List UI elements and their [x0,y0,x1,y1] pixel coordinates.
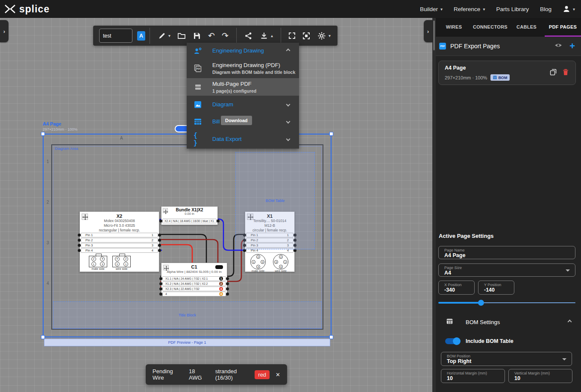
port-dot[interactable] [226,277,229,280]
port-dot[interactable] [293,239,296,242]
zoom-slider-thumb[interactable] [478,300,484,306]
settings-gear-button[interactable]: ▾ [314,27,334,44]
zoom-slider-track-rest[interactable] [481,302,575,303]
port-dot[interactable] [78,234,81,237]
y-position-field[interactable]: Y Position [478,281,514,295]
right-panel-collapse-button[interactable]: › [424,20,432,42]
port-dot[interactable] [159,293,162,295]
menu-item-engineering-drawing-pdf[interactable]: PDF Engineering Drawing (PDF) Diagram wi… [187,59,299,78]
move-icon[interactable] [163,265,169,270]
tab-connectors[interactable]: CONNECTORS [472,18,508,37]
port-dot[interactable] [226,293,229,295]
port-dot[interactable] [243,244,246,247]
port-dot[interactable] [243,249,246,252]
port-dot[interactable] [159,219,162,222]
selection-handle[interactable] [329,335,333,339]
port-dot[interactable] [78,239,81,242]
pin-row[interactable]: Pin 1 1 [246,233,293,237]
download-dropdown-caret[interactable]: ▴ [271,33,273,38]
save-button[interactable] [189,27,205,44]
pencil-dropdown-caret[interactable]: ▾ [168,33,170,38]
conductor-row[interactable]: X1.1 | N/A | 24 AWG | 7/32 | X2.1 1 [162,276,226,281]
zoom-slider-track[interactable] [438,302,481,304]
collapse-bom-settings-chevron[interactable] [568,320,572,324]
selection-handle[interactable] [41,335,45,339]
move-icon[interactable] [82,214,88,220]
connector-node-x1[interactable]: X1 Tensility.... 50-01014 M12-B circular… [245,211,295,272]
fit-view-button[interactable] [299,27,314,44]
add-page-button[interactable]: + [569,41,575,51]
page-name-input[interactable] [444,252,553,258]
menu-group-data-export[interactable]: { } Data Export [187,132,299,146]
sidebar-scrollbar[interactable] [432,18,436,392]
tab-wires[interactable]: WIRES [436,18,472,37]
nav-parts-library[interactable]: Parts Library [496,6,529,12]
connector-node-x2[interactable]: X2 Molex 0430250408 Micro-Fit 3.0 43025 … [79,211,159,272]
duplicate-page-button[interactable] [550,69,557,77]
user-account-button[interactable]: ▾ [563,5,575,13]
cable-node-c1[interactable]: C1 Alpha Wire | 882404 SL005 | 0.00 in X… [161,263,227,295]
move-icon[interactable] [163,208,168,213]
toggle-visibility-button[interactable] [554,41,563,51]
horizontal-margin-field[interactable]: Horizontal Margin (mm) [441,369,505,383]
port-dot[interactable] [217,219,220,222]
conductor-row[interactable]: 4 4 [162,292,226,296]
marquee-select-button[interactable] [285,27,299,44]
menu-group-engineering-drawing[interactable]: Engineering Drawing [187,43,299,59]
pin-row[interactable]: Pin 1 1 [81,233,158,237]
menu-group-diagram[interactable]: Diagram [187,97,299,112]
move-icon[interactable] [247,214,253,220]
close-icon[interactable]: ✕ [276,372,280,378]
settings-dropdown-caret[interactable]: ▾ [329,33,331,38]
port-dot[interactable] [293,244,296,247]
vertical-margin-field[interactable]: Vertical Margin (mm) [508,369,572,383]
page-size-select[interactable]: Page Size A4 [438,263,575,277]
nav-blog[interactable]: Blog [540,6,552,12]
edit-pencil-button[interactable]: ▾ [154,27,174,44]
pin-row[interactable]: Pin 4 4 [81,248,158,253]
bundle-node[interactable]: Bundle X1|X2 0.00 in X2.4 | N/A | 18 AWG… [161,206,218,225]
pin-row[interactable]: Pin 3 3 [81,243,158,248]
port-dot[interactable] [243,239,246,242]
pin-row[interactable]: Pin 2 2 [246,238,293,243]
harness-name-input[interactable] [99,29,132,43]
port-dot[interactable] [159,287,162,290]
bundle-wire-row[interactable]: X2.4 | N/A | 18 AWG | 16/30 | blue | X1.… [162,219,217,223]
conductor-row[interactable]: X2.3 | N/A | 22 AWG | 7/32 3 [162,287,226,291]
redo-button[interactable]: ↷ [218,27,232,44]
brand[interactable]: splice [0,3,50,15]
bom-position-select[interactable]: BOM Position Top Right [441,352,572,366]
port-dot[interactable] [226,287,229,290]
x-position-field[interactable]: X Position [438,281,475,295]
undo-button[interactable]: ↶ [205,27,218,44]
port-dot[interactable] [78,244,81,247]
download-button[interactable]: ▴ [256,27,276,44]
port-dot[interactable] [293,234,296,237]
selection-handle[interactable] [329,132,333,136]
port-dot[interactable] [78,249,81,252]
conductor-row[interactable]: X1.2 | N/A | 24 AWG | 7/32 | X2.2 2 [162,281,226,286]
port-dot[interactable] [158,249,161,252]
nav-builder[interactable]: Builder▾ [420,6,443,12]
selection-handle[interactable] [41,132,45,136]
pin-row[interactable]: Pin 2 2 [81,238,158,243]
left-panel-expand-button[interactable]: › [0,20,9,42]
delete-page-button[interactable] [563,69,569,77]
port-dot[interactable] [293,249,296,252]
menu-item-multi-page-pdf[interactable]: Multi-Page PDF 1 page(s) configured [187,78,299,96]
tab-pdf-pages[interactable]: PDF PAGES [545,18,581,37]
tab-cables[interactable]: CABLES [508,18,545,37]
vertical-margin-input[interactable] [514,375,565,381]
pin-row[interactable]: Pin 4 4 [246,248,293,253]
open-folder-button[interactable] [174,27,189,44]
share-button[interactable] [241,27,256,44]
port-dot[interactable] [159,277,162,280]
y-position-input[interactable] [484,287,512,293]
pin-row[interactable]: Pin 3 3 [246,243,293,248]
port-dot[interactable] [159,282,162,285]
nav-reference[interactable]: Reference▾ [454,6,485,12]
page-card-a4[interactable]: A4 Page 297×210mm · 100% BOM [438,61,576,85]
horizontal-margin-input[interactable] [447,375,497,381]
port-dot[interactable] [243,234,246,237]
annotation-button[interactable]: A [137,31,145,41]
